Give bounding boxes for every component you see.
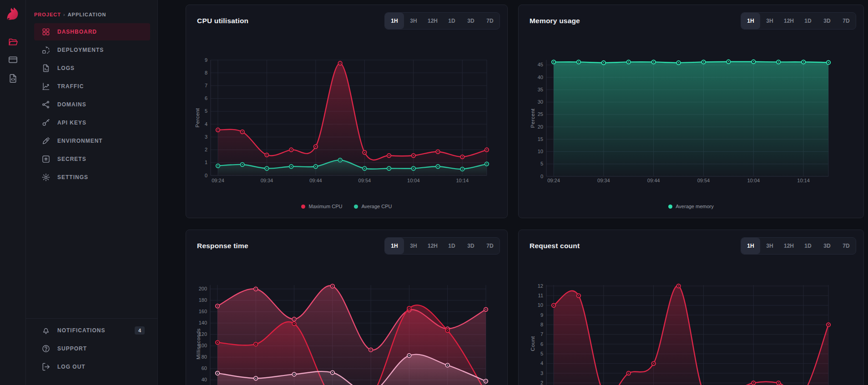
response-time-chart: 406080100120140160180200Milliseconds [186, 257, 508, 385]
legend-item[interactable]: Maximum CPU [301, 204, 342, 209]
svg-text:10:04: 10:04 [747, 178, 760, 183]
range-button-3h[interactable]: 3H [760, 13, 779, 29]
svg-text:3: 3 [540, 370, 543, 376]
svg-text:2: 2 [540, 380, 543, 385]
svg-text:40: 40 [538, 75, 543, 80]
sidebar-item-secrets[interactable]: SECRETS [34, 150, 150, 168]
card-title: Response time [197, 242, 248, 250]
bell-icon [41, 326, 50, 335]
range-button-3d[interactable]: 3D [818, 238, 837, 254]
sidebar-item-settings[interactable]: SETTINGS [34, 169, 150, 186]
sidebar-item-label: DEPLOYMENTS [57, 47, 145, 53]
deployments-icon [41, 45, 50, 55]
legend-dot-icon [301, 205, 305, 209]
sidebar-footer-menu: NOTIFICATIONS4SUPPORTLOG OUT [34, 322, 150, 376]
legend-label: Average memory [676, 204, 714, 209]
sidebar-item-log-out[interactable]: LOG OUT [34, 358, 150, 375]
range-button-3d[interactable]: 3D [818, 13, 837, 29]
sidebar-item-support[interactable]: SUPPORT [34, 340, 150, 357]
sidebar-item-api-keys[interactable]: API KEYS [34, 114, 150, 131]
svg-text:09:24: 09:24 [547, 178, 560, 183]
range-button-7d[interactable]: 7D [480, 238, 500, 254]
sidebar-item-domains[interactable]: DOMAINS [34, 96, 150, 113]
icon-rail [0, 0, 26, 385]
settings-icon [41, 173, 50, 182]
svg-text:Milliseconds: Milliseconds [196, 328, 201, 360]
card-title: Request count [530, 242, 580, 250]
sidebar-item-environment[interactable]: ENVIRONMENT [34, 132, 150, 150]
range-button-3d[interactable]: 3D [461, 238, 480, 254]
range-button-12h[interactable]: 12H [779, 238, 798, 254]
svg-text:10:04: 10:04 [407, 178, 420, 183]
card-title: Memory usage [530, 17, 580, 25]
range-button-1d[interactable]: 1D [442, 238, 461, 254]
logout-icon [41, 362, 50, 371]
time-range-group: 1H3H12H1D3D7D [384, 12, 500, 30]
svg-text:80: 80 [202, 354, 207, 360]
svg-text:8: 8 [205, 70, 207, 75]
range-button-3d[interactable]: 3D [461, 13, 480, 29]
range-button-1d[interactable]: 1D [442, 13, 461, 29]
sidebar-item-dashboard[interactable]: DASHBOARD [34, 23, 150, 40]
help-icon [41, 344, 50, 353]
range-button-3h[interactable]: 3H [404, 238, 423, 254]
svg-text:9: 9 [540, 312, 543, 318]
svg-text:9: 9 [205, 57, 207, 63]
svg-text:15: 15 [538, 136, 543, 142]
sidebar-item-traffic[interactable]: TRAFFIC [34, 78, 150, 95]
svg-text:160: 160 [199, 309, 207, 314]
chart-legend: Average memory [519, 204, 863, 209]
svg-text:20: 20 [538, 124, 543, 130]
svg-text:10: 10 [538, 302, 543, 308]
svg-text:Percent: Percent [195, 108, 200, 127]
range-button-12h[interactable]: 12H [779, 13, 798, 29]
legend-item[interactable]: Average memory [668, 204, 714, 209]
range-button-1h[interactable]: 1H [741, 13, 760, 29]
sidebar-item-label: NOTIFICATIONS [57, 327, 135, 334]
range-button-1h[interactable]: 1H [741, 238, 760, 254]
range-button-7d[interactable]: 7D [837, 13, 856, 29]
logs-icon [41, 64, 50, 73]
range-button-1h[interactable]: 1H [385, 238, 404, 254]
svg-text:6: 6 [540, 341, 543, 347]
range-button-1d[interactable]: 1D [798, 13, 818, 29]
breadcrumb[interactable]: PROJECT›APPLICATION [34, 12, 106, 17]
range-button-7d[interactable]: 7D [480, 13, 500, 29]
svg-text:8: 8 [540, 322, 543, 327]
range-button-1d[interactable]: 1D [798, 238, 818, 254]
sidebar: PROJECT›APPLICATION DASHBOARDDEPLOYMENTS… [26, 0, 158, 385]
svg-text:09:44: 09:44 [309, 178, 322, 183]
app: { "breadcrumb": { "project": "PROJECT", … [0, 0, 868, 385]
legend-label: Maximum CPU [308, 204, 342, 209]
breadcrumb-project[interactable]: PROJECT [34, 12, 61, 17]
svg-text:4: 4 [540, 360, 543, 366]
legend-item[interactable]: Average CPU [354, 204, 392, 209]
secrets-icon [41, 155, 50, 164]
range-button-1h[interactable]: 1H [385, 13, 404, 29]
range-button-7d[interactable]: 7D [837, 238, 856, 254]
nestjs-logo[interactable] [4, 6, 21, 23]
sidebar-item-deployments[interactable]: DEPLOYMENTS [34, 41, 150, 59]
svg-text:5: 5 [205, 108, 207, 114]
domains-icon [41, 100, 50, 109]
credit-card-icon[interactable] [8, 55, 18, 65]
svg-text:12: 12 [538, 283, 543, 289]
sidebar-item-label: SECRETS [57, 156, 145, 162]
svg-text:10:14: 10:14 [797, 178, 810, 183]
sidebar-item-label: DOMAINS [57, 101, 145, 108]
range-button-3h[interactable]: 3H [404, 13, 423, 29]
sidebar-item-logs[interactable]: LOGS [34, 60, 150, 77]
sidebar-item-notifications[interactable]: NOTIFICATIONS4 [34, 322, 150, 339]
time-range-group: 1H3H12H1D3D7D [384, 237, 500, 255]
environment-icon [41, 136, 50, 145]
range-button-3h[interactable]: 3H [760, 238, 779, 254]
legend-label: Average CPU [361, 204, 392, 209]
folder-open-icon[interactable] [8, 37, 18, 47]
notifications-badge: 4 [135, 326, 145, 335]
range-button-12h[interactable]: 12H [423, 13, 442, 29]
svg-text:60: 60 [202, 365, 207, 371]
range-button-12h[interactable]: 12H [423, 238, 442, 254]
file-code-icon[interactable] [8, 73, 18, 84]
breadcrumb-separator: › [61, 12, 68, 17]
card-memory-usage: Memory usage 1H3H12H1D3D7D 0510152025303… [518, 5, 864, 218]
